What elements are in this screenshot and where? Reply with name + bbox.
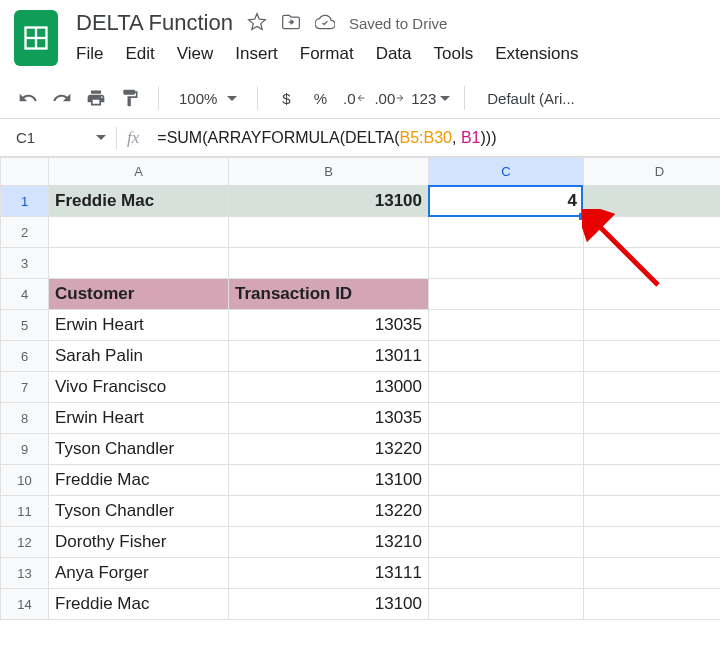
cell[interactable] (584, 248, 721, 279)
cell[interactable] (584, 279, 721, 310)
cell[interactable]: Transaction ID (229, 279, 429, 310)
cell[interactable] (429, 217, 584, 248)
menu-data[interactable]: Data (376, 44, 412, 64)
row-header[interactable]: 3 (1, 248, 49, 279)
cell[interactable] (49, 248, 229, 279)
column-header-C[interactable]: C (429, 158, 584, 186)
cell[interactable] (49, 217, 229, 248)
column-header-D[interactable]: D (584, 158, 721, 186)
menu-file[interactable]: File (76, 44, 103, 64)
undo-button[interactable] (14, 84, 42, 112)
document-title[interactable]: DELTA Function (76, 10, 233, 36)
cell[interactable]: Tyson Chandler (49, 496, 229, 527)
cell[interactable]: Anya Forger (49, 558, 229, 589)
row-header[interactable]: 11 (1, 496, 49, 527)
select-all-corner[interactable] (1, 158, 49, 186)
move-icon[interactable] (281, 12, 301, 35)
zoom-select[interactable]: 100% (173, 90, 243, 107)
cell[interactable] (429, 310, 584, 341)
row-header[interactable]: 5 (1, 310, 49, 341)
cell[interactable]: 13220 (229, 434, 429, 465)
cell[interactable] (429, 403, 584, 434)
paint-format-button[interactable] (116, 84, 144, 112)
cell-selected[interactable]: 4 (429, 186, 584, 217)
cell[interactable] (429, 527, 584, 558)
cell[interactable] (584, 527, 721, 558)
cell[interactable]: 13011 (229, 341, 429, 372)
cell[interactable]: 13035 (229, 403, 429, 434)
cell[interactable] (584, 310, 721, 341)
cell[interactable]: Erwin Heart (49, 310, 229, 341)
redo-button[interactable] (48, 84, 76, 112)
cell[interactable] (584, 217, 721, 248)
menu-edit[interactable]: Edit (125, 44, 154, 64)
font-select[interactable]: Default (Ari... (479, 90, 583, 107)
cell[interactable] (584, 589, 721, 620)
cell[interactable]: 13100 (229, 186, 429, 217)
formula-input[interactable]: =SUM(ARRAYFORMULA(DELTA(B5:B30, B1))) (157, 129, 712, 147)
cell[interactable]: 13210 (229, 527, 429, 558)
row-header[interactable]: 9 (1, 434, 49, 465)
cell[interactable] (584, 372, 721, 403)
cell[interactable] (229, 217, 429, 248)
cell[interactable]: 13000 (229, 372, 429, 403)
cloud-icon[interactable] (315, 12, 335, 35)
menu-view[interactable]: View (177, 44, 214, 64)
cell[interactable]: Freddie Mac (49, 589, 229, 620)
cell[interactable] (584, 434, 721, 465)
menu-format[interactable]: Format (300, 44, 354, 64)
decrease-decimal-button[interactable]: .0 (340, 84, 368, 112)
cell[interactable] (229, 248, 429, 279)
row-header[interactable]: 4 (1, 279, 49, 310)
column-header-B[interactable]: B (229, 158, 429, 186)
percent-button[interactable]: % (306, 84, 334, 112)
cell[interactable] (584, 465, 721, 496)
sheets-logo[interactable] (14, 10, 58, 66)
cell[interactable] (429, 465, 584, 496)
cell[interactable] (429, 496, 584, 527)
cell[interactable]: Freddie Mac (49, 465, 229, 496)
currency-button[interactable]: $ (272, 84, 300, 112)
cell[interactable] (429, 558, 584, 589)
cell[interactable]: 13100 (229, 465, 429, 496)
row-header[interactable]: 6 (1, 341, 49, 372)
name-box[interactable]: C1 (6, 125, 116, 150)
print-button[interactable] (82, 84, 110, 112)
cell[interactable] (429, 372, 584, 403)
cell[interactable] (584, 403, 721, 434)
cell[interactable]: 13111 (229, 558, 429, 589)
menu-tools[interactable]: Tools (434, 44, 474, 64)
selection-handle[interactable] (579, 213, 586, 220)
cell[interactable] (429, 279, 584, 310)
cell[interactable] (429, 248, 584, 279)
increase-decimal-button[interactable]: .00 (374, 84, 405, 112)
cell[interactable] (584, 186, 721, 217)
row-header[interactable]: 14 (1, 589, 49, 620)
more-formats-button[interactable]: 123 (411, 84, 450, 112)
cell[interactable]: Dorothy Fisher (49, 527, 229, 558)
cell[interactable]: 13100 (229, 589, 429, 620)
cell[interactable] (584, 496, 721, 527)
cell[interactable]: Tyson Chandler (49, 434, 229, 465)
row-header[interactable]: 10 (1, 465, 49, 496)
cell[interactable] (584, 558, 721, 589)
row-header[interactable]: 13 (1, 558, 49, 589)
row-header[interactable]: 1 (1, 186, 49, 217)
cell[interactable]: 13220 (229, 496, 429, 527)
column-header-A[interactable]: A (49, 158, 229, 186)
cell[interactable]: Freddie Mac (49, 186, 229, 217)
cell[interactable] (429, 341, 584, 372)
cell[interactable]: Sarah Palin (49, 341, 229, 372)
cell[interactable]: Erwin Heart (49, 403, 229, 434)
cell[interactable]: Vivo Francisco (49, 372, 229, 403)
row-header[interactable]: 2 (1, 217, 49, 248)
row-header[interactable]: 7 (1, 372, 49, 403)
cell[interactable]: Customer (49, 279, 229, 310)
cell[interactable] (429, 434, 584, 465)
row-header[interactable]: 12 (1, 527, 49, 558)
menu-insert[interactable]: Insert (235, 44, 278, 64)
spreadsheet-grid[interactable]: A B C D 1 Freddie Mac 13100 4 2 3 4Custo… (0, 157, 720, 620)
cell[interactable] (584, 341, 721, 372)
cell[interactable] (429, 589, 584, 620)
menu-extensions[interactable]: Extensions (495, 44, 578, 64)
